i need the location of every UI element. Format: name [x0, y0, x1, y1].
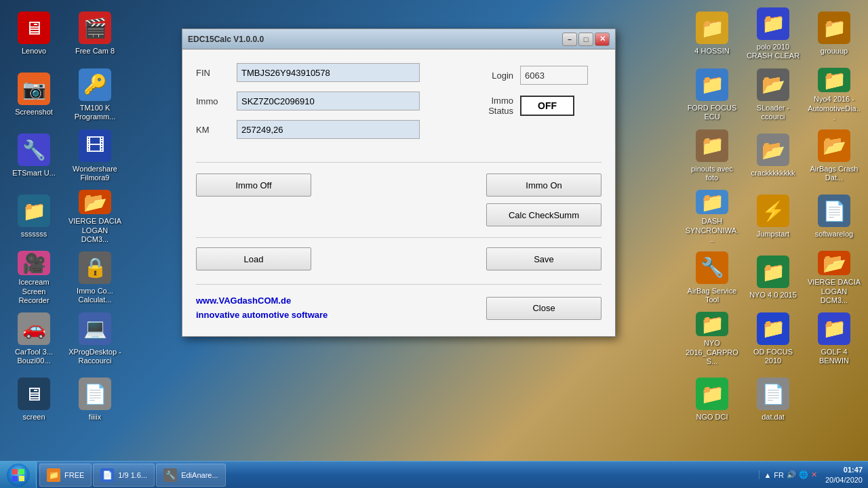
- btn-group-left: Immo Off: [196, 174, 311, 197]
- nyo4auto-icon: 📁: [818, 68, 850, 92]
- desktop-icon-airbag[interactable]: 🔧 AirBag Service Tool: [682, 247, 743, 308]
- pinouts-icon: 📁: [696, 129, 728, 162]
- desktop-icon-pinouts[interactable]: 📁 pinouts avec foto: [682, 125, 743, 186]
- freecam-label: Free Cam 8: [75, 47, 115, 56]
- taskbar-app-3[interactable]: 🔧 EdiAnare...: [156, 464, 225, 487]
- desktop-icon-sloader[interactable]: 📂 SLoader - ccourci: [743, 64, 804, 125]
- desktop-icon-folder4hossin[interactable]: 📁 4 HOSSIN: [682, 3, 743, 64]
- ngodci-label: NGO DCI: [696, 413, 728, 422]
- minimize-button[interactable]: –: [562, 33, 577, 46]
- freecam-icon: 🎬: [79, 12, 111, 44]
- desktop-icon-airbagcrash[interactable]: 📂 AirBags Crash Dat...: [804, 125, 865, 186]
- desktop-icon-vierge[interactable]: 📂 VIERGE DACIA LOGAN DCM3...: [64, 186, 125, 247]
- tray-arrow[interactable]: ▲: [764, 471, 771, 479]
- system-tray: ▲ FR 🔊 🌐 ✕: [759, 470, 821, 479]
- save-button[interactable]: Save: [486, 247, 601, 270]
- desktop-icon-immo[interactable]: 🔒 Immo Co... Calculat...: [64, 247, 125, 308]
- lenovo-label: Lenovo: [22, 47, 46, 56]
- taskbar-app-2[interactable]: 📄 1/9 1.6...: [93, 464, 155, 487]
- desktop-icon-jumpstart[interactable]: ⚡ Jumpstart: [743, 186, 804, 247]
- taskbar: 📁 FREE 📄 1/9 1.6... 🔧 EdiAnare... ▲ FR 🔊…: [0, 461, 868, 488]
- golf4-icon: 📁: [818, 312, 850, 345]
- immo-status-button[interactable]: OFF: [520, 96, 574, 116]
- immo-row: Immo: [196, 92, 466, 110]
- desktop-icon-icecream[interactable]: 🎥 Icecream Screen Recorder: [3, 247, 64, 308]
- immo-off-button[interactable]: Immo Off: [196, 174, 311, 197]
- desktop-icon-softwarelog[interactable]: 📄 softwarelog: [804, 186, 865, 247]
- desktop-icon-etsmart[interactable]: 🔧 ETSmart U...: [3, 125, 64, 186]
- desktop-icon-nyo4auto[interactable]: 📁 Nyo4 2016 - AutomotiveDia...: [804, 64, 865, 125]
- etsmart-icon: 🔧: [18, 134, 50, 166]
- close-window-button[interactable]: ✕: [595, 33, 610, 46]
- nyo40-label: NYO 4.0 2015: [749, 291, 797, 300]
- km-label: KM: [196, 125, 230, 135]
- taskbar-app-label-2: 1/9 1.6...: [118, 471, 147, 479]
- desktop-icon-nyo40[interactable]: 📁 NYO 4.0 2015: [743, 247, 804, 308]
- wondershare-label: Wondershare Filmora9: [68, 165, 122, 182]
- load-button[interactable]: Load: [196, 247, 311, 270]
- ngodci-icon: 📁: [696, 378, 728, 410]
- login-label: Login: [466, 70, 513, 81]
- immo-input[interactable]: [237, 92, 420, 110]
- odfocus-label: OD FOCUS 2010: [746, 348, 800, 365]
- website-text: www.VAGdashCOM.de innovative automotive …: [196, 294, 328, 323]
- desktop-icon-fordfocus[interactable]: 📁 FORD FOCUS ECU: [682, 64, 743, 125]
- desktop-icon-polo[interactable]: 📁 polo 2010 CRASH CLEAR: [743, 3, 804, 64]
- icecream-label: Icecream Screen Recorder: [7, 278, 61, 305]
- dash-label: DASH SYNCRONIWA...: [685, 217, 739, 244]
- airbagcrash-icon: 📂: [818, 129, 850, 162]
- desktop-icon-golf4[interactable]: 📁 GOLF 4 BENWIN: [804, 308, 865, 369]
- desktop-icon-odfocus[interactable]: 📁 OD FOCUS 2010: [743, 308, 804, 369]
- desktop-icon-vierge2[interactable]: 📂 VIERGE DACIA LOGAN DCM3...: [804, 247, 865, 308]
- desktop-icon-freecam[interactable]: 🎬 Free Cam 8: [64, 3, 125, 64]
- bottom-section: www.VAGdashCOM.de innovative automotive …: [196, 284, 601, 323]
- calc-checksum-button[interactable]: Calc CheckSumm: [486, 203, 601, 226]
- desktop-icon-screenshot[interactable]: 📷 Screenshot: [3, 64, 64, 125]
- airbagcrash-label: AirBags Crash Dat...: [807, 165, 861, 182]
- login-input[interactable]: [520, 66, 588, 85]
- polo-label: polo 2010 CRASH CLEAR: [746, 43, 800, 60]
- taskbar-app-1[interactable]: 📁 FREE: [39, 464, 92, 487]
- desktop-icon-dash[interactable]: 📁 DASH SYNCRONIWA...: [682, 186, 743, 247]
- desktop-icon-tm100[interactable]: 🔑 TM100 K Programm...: [64, 64, 125, 125]
- km-row: KM: [196, 120, 466, 139]
- datdat-icon: 📄: [757, 378, 789, 410]
- fin-input[interactable]: [237, 63, 420, 82]
- start-orb: [7, 464, 30, 487]
- desktop-icon-crackkk[interactable]: 📂 crackkkkkkkk: [743, 125, 804, 186]
- odfocus-icon: 📁: [757, 312, 789, 345]
- taskbar-right: ▲ FR 🔊 🌐 ✕ 01:47 20/04/2020: [753, 465, 868, 485]
- desktop-icon-grouuup[interactable]: 📁 grouuup: [804, 3, 865, 64]
- taskbar-apps: 📁 FREE 📄 1/9 1.6... 🔧 EdiAnare...: [37, 464, 753, 487]
- desktop-icon-cartool[interactable]: 🚗 CarTool 3... Bouzi00...: [3, 308, 64, 369]
- cartool-icon: 🚗: [18, 312, 50, 345]
- desktop-icon-fiiiix[interactable]: 📄 fiiiix: [64, 369, 125, 430]
- desktop-icon-sssssss[interactable]: 📁 sssssss: [3, 186, 64, 247]
- vierge-icon: 📂: [79, 190, 111, 214]
- taskbar-clock: 01:47 20/04/2020: [825, 465, 863, 485]
- desktop-icon-wondershare[interactable]: 🎞 Wondershare Filmora9: [64, 125, 125, 186]
- jumpstart-label: Jumpstart: [757, 230, 789, 239]
- dialog-titlebar: EDC15Calc V1.0.0.0 – □ ✕: [182, 29, 615, 49]
- desktop-icon-screen[interactable]: 🖥 screen: [3, 369, 64, 430]
- grouuup-label: grouuup: [821, 47, 848, 56]
- close-button[interactable]: Close: [486, 297, 601, 320]
- cartool-label: CarTool 3... Bouzi00...: [7, 348, 61, 365]
- grouuup-icon: 📁: [818, 12, 850, 44]
- immo-status-label: Immo Status: [466, 96, 513, 116]
- km-input[interactable]: [237, 120, 420, 139]
- tm100-icon: 🔑: [79, 68, 111, 101]
- start-button[interactable]: [0, 462, 37, 489]
- immo-on-button[interactable]: Immo On: [486, 174, 601, 197]
- sssssss-icon: 📁: [18, 195, 50, 227]
- desktop-icon-ngodci[interactable]: 📁 NGO DCI: [682, 369, 743, 430]
- desktop-icon-datdat[interactable]: 📄 dat.dat: [743, 369, 804, 430]
- desktop-icon-nyo[interactable]: 📁 NYO 2016_CARPROS...: [682, 308, 743, 369]
- polo-icon: 📁: [757, 7, 789, 40]
- desktop-icon-xprog[interactable]: 💻 XProgDesktop - Raccourci: [64, 308, 125, 369]
- maximize-button[interactable]: □: [578, 33, 593, 46]
- load-save-row: Load Save: [196, 247, 601, 270]
- vierge2-icon: 📂: [818, 251, 850, 275]
- taskbar-app-icon-3: 🔧: [163, 468, 177, 482]
- desktop-icon-lenovo[interactable]: 🖥 Lenovo: [3, 3, 64, 64]
